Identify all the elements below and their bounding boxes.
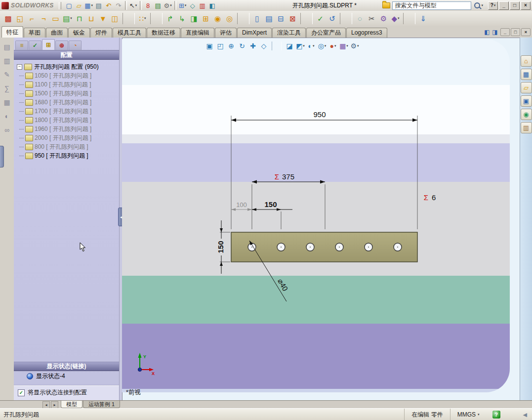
jewel-tool-icon[interactable]: ◆ (390, 13, 401, 24)
measure-icon[interactable]: ◇ (188, 1, 198, 10)
configuration-item[interactable]: 1100 [ 开孔陈列问题 ] (14, 80, 119, 89)
bend-up-icon[interactable]: ↱ (164, 13, 176, 24)
section-view-icon[interactable]: ◪ (285, 42, 294, 50)
command-tab[interactable]: 曲面 (46, 28, 68, 38)
punch-icon[interactable]: ▼ (97, 13, 109, 24)
configuration-item[interactable]: 1960 [ 开孔陈列问题 ] (14, 125, 119, 133)
design-binder-icon[interactable]: ✎ (2, 70, 12, 79)
instance-count[interactable]: 6 (432, 193, 436, 202)
trim-tool-icon[interactable]: ✂ (366, 13, 377, 24)
instance-sigma-symbol[interactable]: Σ (424, 193, 428, 202)
graphics-area[interactable]: 950 Σ 375 100 150 150 ⌀40 Σ 6 Y X *前视 (122, 38, 520, 400)
search-icon[interactable] (473, 2, 484, 8)
punch-plate-icon[interactable]: ⊔ (85, 13, 97, 24)
search-tool-icon[interactable]: ◌ (354, 13, 366, 24)
pan-icon[interactable]: ✚ (248, 42, 257, 50)
die-block-icon[interactable]: ⊓ (74, 13, 85, 24)
update-tool-icon[interactable]: ↺ (327, 13, 338, 24)
featuremanager-tab-icon[interactable]: ≡ (15, 41, 28, 50)
units-selector[interactable]: MMGS (450, 409, 487, 420)
logopress-home-icon[interactable]: ▩ (2, 13, 14, 24)
toolbar-icon[interactable] (125, 1, 127, 10)
minimize-button[interactable]: _ (499, 1, 509, 10)
configuration-item[interactable]: 1800 [ 开孔陈列问题 ] (14, 116, 119, 125)
sigma-symbol[interactable]: Σ (275, 172, 279, 181)
maximize-button[interactable]: □ (510, 1, 520, 10)
insert-part-icon[interactable]: ⊞ (200, 13, 211, 24)
rotate-view-icon[interactable]: ↻ (238, 42, 246, 50)
bend-down-icon[interactable]: ↳ (176, 13, 188, 24)
command-tab[interactable]: DimXpert (237, 28, 272, 38)
options-gear-icon[interactable]: ⚙ (163, 1, 173, 10)
note-icon[interactable]: ▤ (263, 13, 275, 24)
doc-minimize-button[interactable]: _ (500, 28, 510, 36)
command-tab[interactable]: 办公室产品 (306, 28, 346, 38)
hide-show-icon[interactable]: ◎ (318, 42, 327, 50)
toolbar-icon[interactable] (237, 13, 249, 24)
toolbar-icon[interactable] (174, 1, 176, 10)
toolbar-icon[interactable] (340, 13, 352, 24)
undo-icon[interactable]: ↶ (104, 1, 114, 10)
gear-tool-icon[interactable]: ⚙ (378, 13, 389, 24)
display-style-icon[interactable]: ◐ (307, 42, 316, 50)
clipboard-icon[interactable]: ▯ (251, 13, 263, 24)
help-button[interactable]: ? (488, 1, 498, 10)
toolbar-icon[interactable] (140, 1, 142, 10)
command-tab[interactable]: 评估 (215, 28, 237, 38)
propertymanager-tab-icon[interactable]: ✓ (29, 41, 41, 50)
search-input[interactable]: 搜索文件与模型 (392, 1, 471, 10)
configuration-item[interactable]: 1500 [ 开孔陈列问题 ] (14, 89, 119, 98)
search-scope-folder-icon[interactable] (382, 2, 390, 8)
check-tool-icon[interactable]: ✓ (315, 13, 326, 24)
file-properties-icon[interactable]: ▤ (153, 1, 163, 10)
view-orientation-icon[interactable]: ◩ (296, 42, 305, 50)
new-document-icon[interactable]: ▢ (64, 1, 74, 10)
coin-tool-icon[interactable]: ◎ (224, 13, 235, 24)
command-tab[interactable]: 特征 (1, 26, 23, 38)
print-icon[interactable]: ▤ (94, 1, 104, 10)
delete-tool-icon[interactable]: ⊠ (287, 13, 298, 24)
equations-icon[interactable]: ∑ (2, 84, 12, 93)
doc-close-button[interactable]: × (521, 28, 531, 36)
dimension-375[interactable]: 375 (282, 172, 294, 181)
configuration-item[interactable]: 1700 [ 开孔陈列问题 ] (14, 107, 119, 116)
view-settings-icon[interactable]: ⚙ (350, 42, 359, 50)
rebuild-icon[interactable]: 8 (143, 1, 153, 10)
taskpane-collapse-icon[interactable]: ◀ (523, 412, 527, 418)
unbend-icon[interactable]: ⌐ (26, 13, 38, 24)
blank-open-icon[interactable]: ◱ (14, 13, 26, 24)
redo-icon[interactable]: ↷ (114, 1, 123, 10)
command-tab[interactable]: 数据迁移 (147, 28, 180, 38)
attach-file-icon[interactable]: ⊟ (275, 13, 286, 24)
dimension-hole-diameter[interactable]: ⌀40 (276, 277, 289, 293)
command-tab[interactable]: 模具工具 (113, 28, 146, 38)
featuremanager-pane-icon[interactable]: ◧ (483, 29, 491, 36)
link-display-states-checkbox[interactable]: ✓ (18, 389, 25, 396)
configuration-item[interactable]: 800 [ 开孔陈列问题 ] (14, 142, 119, 151)
rebend-icon[interactable]: ¬ (38, 13, 49, 24)
home-tab-icon[interactable]: ⌂ (521, 55, 532, 67)
dimension-150-height[interactable]: 150 (216, 241, 225, 253)
quick-tips-help-icon[interactable]: ? (492, 411, 500, 419)
command-tab[interactable]: 渲染工具 (272, 28, 306, 38)
sensors-icon[interactable]: ▤ (2, 42, 12, 51)
graphics-viewport[interactable]: 950 Σ 375 100 150 150 ⌀40 Σ 6 Y X *前视 (122, 38, 520, 400)
configurationmanager-tab-icon[interactable]: ⊞ (42, 39, 55, 50)
export-icon[interactable]: ⇓ (417, 13, 429, 24)
dimension-150-pitch[interactable]: 150 (264, 200, 277, 209)
dimension-950[interactable]: 950 (313, 110, 326, 119)
command-tab[interactable]: 直接编辑 (181, 28, 214, 38)
toolbar-icon[interactable] (403, 13, 415, 24)
link-icon[interactable]: ∞ (2, 126, 12, 134)
command-tab[interactable]: 草图 (24, 28, 45, 38)
command-tab[interactable]: Logopress3 (346, 28, 387, 38)
document-tab[interactable]: 运动算例 1 (83, 401, 120, 408)
zoom-fit-icon[interactable]: ▣ (205, 42, 214, 50)
configuration-item[interactable]: 1680 [ 开孔陈列问题 ] (14, 98, 119, 107)
toolbar-icon[interactable] (150, 13, 163, 24)
flatten-icon[interactable]: ▭ (50, 13, 61, 24)
panel-grab-handle[interactable] (0, 146, 4, 168)
view-palette-tab-icon[interactable]: ▣ (521, 95, 532, 107)
form-tool-icon[interactable]: ◨ (188, 13, 200, 24)
dimxpertmanager-tab-icon[interactable]: ⊕ (55, 41, 68, 50)
